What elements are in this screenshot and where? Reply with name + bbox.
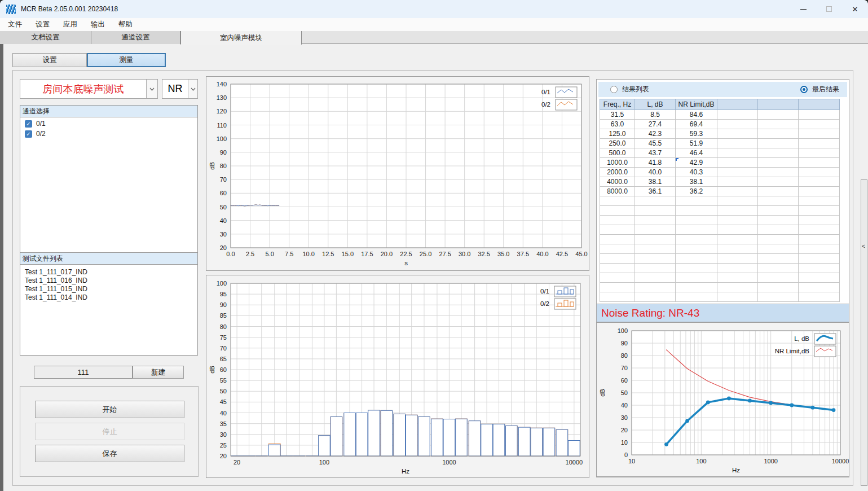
table-cell[interactable] (635, 216, 676, 225)
table-cell[interactable] (717, 264, 758, 273)
tab-room-noise-module[interactable]: 室内噪声模块 (180, 31, 302, 45)
table-cell[interactable]: 46.4 (676, 148, 717, 158)
table-cell[interactable] (758, 292, 799, 302)
table-cell[interactable] (758, 235, 799, 244)
table-cell[interactable]: 125.0 (600, 129, 635, 139)
table-cell[interactable] (799, 235, 840, 244)
table-row[interactable]: 4000.038.138.1 (600, 177, 840, 187)
table-row[interactable]: 1000.041.842.9 (600, 158, 840, 168)
menu-item-application[interactable]: 应用 (56, 18, 84, 31)
save-button[interactable]: 保存 (35, 445, 184, 462)
table-cell[interactable] (758, 139, 799, 148)
close-button[interactable]: ✕ (842, 0, 868, 18)
table-cell[interactable] (600, 225, 635, 235)
table-cell[interactable] (717, 196, 758, 206)
table-cell[interactable] (717, 283, 758, 292)
table-cell[interactable] (635, 273, 676, 283)
checkbox-checked-icon[interactable]: ✓ (25, 130, 32, 138)
table-row[interactable] (600, 225, 840, 235)
right-collapse-handle[interactable]: < (861, 179, 867, 486)
test-file-item[interactable]: Test 1_111_017_IND (20, 268, 197, 277)
table-cell[interactable] (717, 244, 758, 254)
table-cell[interactable] (758, 148, 799, 158)
table-row[interactable] (600, 273, 840, 283)
table-cell[interactable] (635, 235, 676, 244)
table-cell[interactable] (600, 273, 635, 283)
table-cell[interactable]: 63.0 (600, 120, 635, 129)
table-cell[interactable] (635, 196, 676, 206)
table-cell[interactable] (758, 283, 799, 292)
tab-document-settings[interactable]: 文档设置 (0, 31, 91, 44)
table-cell[interactable]: 250.0 (600, 139, 635, 148)
table-cell[interactable] (717, 120, 758, 129)
test-name-input[interactable]: 111 (34, 366, 133, 379)
table-cell[interactable] (758, 206, 799, 216)
table-cell[interactable] (799, 273, 840, 283)
table-cell[interactable] (600, 196, 635, 206)
table-cell[interactable] (676, 254, 717, 264)
table-cell[interactable] (758, 244, 799, 254)
table-cell[interactable]: 51.9 (676, 139, 717, 148)
chevron-down-icon[interactable] (188, 80, 197, 98)
table-cell[interactable] (676, 225, 717, 235)
table-cell[interactable] (717, 254, 758, 264)
table-row[interactable]: 125.042.359.3 (600, 129, 840, 139)
table-cell[interactable]: 41.8 (635, 158, 676, 168)
table-cell[interactable] (676, 264, 717, 273)
table-cell[interactable]: 59.3 (676, 129, 717, 139)
table-cell[interactable] (676, 196, 717, 206)
test-file-item[interactable]: Test 1_111_014_IND (20, 293, 197, 302)
table-cell[interactable]: 36.1 (635, 187, 676, 196)
table-cell[interactable]: 43.7 (635, 148, 676, 158)
table-cell[interactable] (717, 273, 758, 283)
table-cell[interactable] (600, 216, 635, 225)
table-cell[interactable]: 1000.0 (600, 158, 635, 168)
table-cell[interactable] (717, 206, 758, 216)
table-row[interactable] (600, 302, 840, 303)
table-cell[interactable] (758, 302, 799, 303)
table-cell[interactable] (717, 129, 758, 139)
table-cell[interactable]: 38.1 (676, 177, 717, 187)
channel-item[interactable]: ✓0/1 (25, 120, 197, 128)
table-row[interactable] (600, 235, 840, 244)
table-cell[interactable]: 31.5 (600, 110, 635, 120)
table-row[interactable]: 63.027.469.4 (600, 120, 840, 129)
table-cell[interactable] (600, 235, 635, 244)
table-cell[interactable]: 36.2 (676, 187, 717, 196)
table-cell[interactable] (676, 206, 717, 216)
table-cell[interactable] (799, 148, 840, 158)
checkbox-checked-icon[interactable]: ✓ (25, 120, 32, 128)
table-cell[interactable]: 38.1 (635, 177, 676, 187)
table-cell[interactable] (799, 196, 840, 206)
table-cell[interactable] (717, 292, 758, 302)
table-cell[interactable] (717, 187, 758, 196)
table-cell[interactable]: 8.5 (635, 110, 676, 120)
table-cell[interactable] (799, 254, 840, 264)
table-cell[interactable] (799, 110, 840, 120)
maximize-button[interactable] (816, 0, 842, 18)
table-cell[interactable] (799, 225, 840, 235)
tab-channel-settings[interactable]: 通道设置 (91, 31, 180, 44)
table-cell[interactable] (758, 196, 799, 206)
table-cell[interactable] (676, 302, 717, 303)
table-cell[interactable] (600, 244, 635, 254)
table-cell[interactable]: 69.4 (676, 120, 717, 129)
menu-item-output[interactable]: 输出 (84, 18, 112, 31)
table-cell[interactable] (799, 283, 840, 292)
table-row[interactable]: 250.045.551.9 (600, 139, 840, 148)
table-row[interactable] (600, 264, 840, 273)
table-cell[interactable] (717, 139, 758, 148)
table-cell[interactable]: 45.5 (635, 139, 676, 148)
table-cell[interactable] (676, 216, 717, 225)
menu-item-settings[interactable]: 设置 (29, 18, 56, 31)
table-row[interactable] (600, 292, 840, 302)
table-cell[interactable] (799, 264, 840, 273)
table-row[interactable]: 31.58.584.6 (600, 110, 840, 120)
table-cell[interactable] (717, 110, 758, 120)
minimize-button[interactable] (790, 0, 816, 18)
table-row[interactable] (600, 254, 840, 264)
rating-type-select[interactable]: NR (162, 79, 198, 99)
subtab-settings[interactable]: 设置 (12, 53, 87, 67)
table-cell[interactable]: 500.0 (600, 148, 635, 158)
table-cell[interactable]: 27.4 (635, 120, 676, 129)
